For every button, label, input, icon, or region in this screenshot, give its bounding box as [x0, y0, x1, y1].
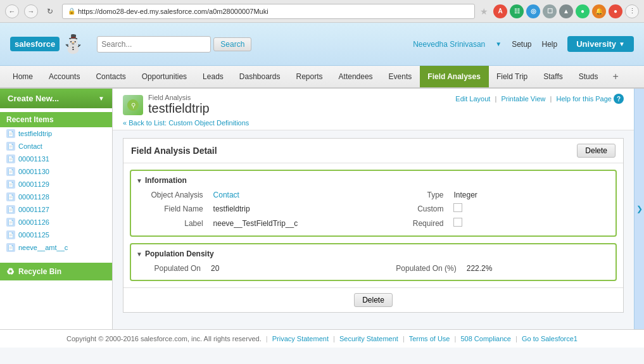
bookmark-icon[interactable]: ★ [480, 6, 488, 16]
populated-on-pct-label: Populated On (%) [351, 262, 462, 275]
item-link-2[interactable]: 00001131 [18, 155, 49, 163]
browser-icon-4[interactable]: ☐ [543, 4, 557, 18]
item-icon-9: 📄 [6, 243, 15, 252]
list-item[interactable]: 📄 neeve__amt__c [0, 241, 112, 254]
help-link[interactable]: Help [542, 40, 558, 49]
detail-panel: Field Analysis Detail Delete ▼ Informati… [123, 138, 624, 313]
logo-box: salesforce [10, 37, 60, 51]
recent-items-section: Recent Items 📄 testfieldtrip 📄 Contact 📄… [0, 108, 112, 258]
list-item[interactable]: 📄 00001127 [0, 203, 112, 216]
help-icon[interactable]: ? [614, 94, 624, 104]
pop-section-toggle-icon[interactable]: ▼ [136, 251, 142, 258]
browser-icon-7[interactable]: ● [609, 4, 622, 18]
browser-icon-3[interactable]: ◎ [526, 4, 540, 18]
browser-icon-5[interactable]: ▲ [559, 4, 573, 18]
privacy-statement-link[interactable]: Privacy Statement [272, 335, 329, 342]
go-to-salesforce-link[interactable]: Go to Salesforce1 [522, 335, 578, 342]
item-link-0[interactable]: testfieldtrip [18, 130, 52, 137]
population-section: ▼ Population Density Populated On 20 Pop… [130, 243, 617, 281]
item-link-8[interactable]: 00001125 [18, 231, 49, 239]
nav-home[interactable]: Home [5, 66, 41, 87]
setup-link[interactable]: Setup [512, 40, 531, 49]
collapse-arrow[interactable]: ❯ [634, 89, 644, 329]
item-icon-0: 📄 [6, 129, 15, 138]
field-analysis-icon: ⚲ [123, 95, 143, 115]
nav-staffs[interactable]: Staffs [536, 66, 571, 87]
field-name-label: Field Name [136, 201, 208, 216]
back-button[interactable]: ← [5, 4, 19, 18]
edit-layout-link[interactable]: Edit Layout [455, 95, 490, 103]
nav-contacts[interactable]: Contacts [88, 66, 134, 87]
sf-logo: salesforce ⛄ [10, 34, 84, 54]
information-header: ▼ Information [136, 176, 610, 185]
nav-events[interactable]: Events [381, 66, 420, 87]
nav-field-analyses[interactable]: Field Analyses [420, 66, 489, 87]
table-row: Populated On 20 Populated On (%) 222.2% [136, 262, 610, 275]
university-button[interactable]: University ▼ [567, 36, 634, 52]
nav-reports[interactable]: Reports [289, 66, 331, 87]
sidebar: Create New... ▼ Recent Items 📄 testfield… [0, 89, 113, 329]
list-item[interactable]: 📄 00001129 [0, 178, 112, 191]
list-item[interactable]: 📄 Contact [0, 140, 112, 153]
populated-on-pct-value: 222.2% [462, 262, 610, 275]
logo-text: salesforce [15, 39, 55, 49]
compliance-link[interactable]: 508 Compliance [460, 335, 511, 342]
delete-top-button[interactable]: Delete [577, 144, 616, 158]
item-link-5[interactable]: 00001128 [18, 193, 49, 201]
header-right: Neevedha Srinivasan ▼ Setup Help Univers… [413, 36, 634, 52]
list-item[interactable]: 📄 00001128 [0, 191, 112, 203]
university-dropdown-icon: ▼ [619, 41, 625, 47]
browser-icon-6[interactable]: 🔔 [592, 4, 606, 18]
required-label: Required [376, 216, 448, 230]
dropdown-icon[interactable]: ▼ [495, 41, 502, 47]
refresh-button[interactable]: ↻ [43, 4, 57, 18]
user-name[interactable]: Neevedha Srinivasan [413, 40, 485, 49]
back-to-list-link[interactable]: « Back to List: Custom Object Definition… [123, 119, 249, 127]
item-icon-4: 📄 [6, 180, 15, 189]
forward-button[interactable]: → [24, 4, 38, 18]
help-page-link[interactable]: Help for this Page [557, 95, 612, 103]
nav-opportunities[interactable]: Opportunities [134, 66, 195, 87]
item-link-7[interactable]: 00001126 [18, 218, 49, 226]
recycle-bin-label: Recycle Bin [18, 267, 61, 276]
custom-value [448, 201, 610, 216]
more-options-button[interactable]: ⋮ [625, 4, 639, 18]
nav-plus-button[interactable]: + [606, 66, 624, 87]
printable-view-link[interactable]: Printable View [501, 95, 545, 103]
nav-leads[interactable]: Leads [195, 66, 232, 87]
list-item[interactable]: 📄 00001126 [0, 216, 112, 229]
content-area: Create New... ▼ Recent Items 📄 testfield… [0, 89, 644, 329]
list-item[interactable]: 📄 testfieldtrip [0, 127, 112, 140]
item-icon-1: 📄 [6, 142, 15, 151]
security-statement-link[interactable]: Security Statement [339, 335, 398, 342]
search-input[interactable] [97, 36, 211, 53]
object-analysis-link[interactable]: Contact [213, 191, 239, 199]
list-item[interactable]: 📄 00001130 [0, 165, 112, 178]
browser-icon-1[interactable]: A [493, 4, 507, 18]
label-label: Label [136, 216, 208, 230]
url-bar[interactable]: 🔒 https://domo28-dev-ed.my.salesforce.co… [62, 4, 475, 19]
terms-of-use-link[interactable]: Terms of Use [409, 335, 450, 342]
list-item[interactable]: 📄 00001125 [0, 229, 112, 241]
search-button[interactable]: Search [213, 37, 251, 51]
item-link-9[interactable]: neeve__amt__c [18, 244, 68, 251]
item-link-4[interactable]: 00001129 [18, 180, 49, 188]
section-toggle-icon[interactable]: ▼ [136, 177, 142, 184]
recycle-bin-button[interactable]: ♻ Recycle Bin [0, 263, 112, 280]
main-content: ⚲ Field Analysis testfieldtrip Edit Layo… [113, 89, 634, 329]
list-item[interactable]: 📄 00001131 [0, 153, 112, 165]
nav-attendees[interactable]: Attendees [331, 66, 381, 87]
nav-studs[interactable]: Studs [571, 66, 607, 87]
nav-field-trip[interactable]: Field Trip [489, 66, 536, 87]
item-link-6[interactable]: 00001127 [18, 206, 49, 213]
browser-bar: ← → ↻ 🔒 https://domo28-dev-ed.my.salesfo… [0, 0, 644, 23]
browser-icon-new[interactable]: ● [576, 4, 590, 18]
nav-dashboards[interactable]: Dashboards [232, 66, 289, 87]
item-link-3[interactable]: 00001130 [18, 168, 49, 175]
create-new-button[interactable]: Create New... ▼ [0, 89, 112, 108]
nav-accounts[interactable]: Accounts [41, 66, 88, 87]
page-title: testfieldtrip [148, 101, 210, 116]
browser-icon-2[interactable]: ☷ [510, 4, 524, 18]
item-link-1[interactable]: Contact [18, 142, 42, 150]
delete-bottom-button[interactable]: Delete [354, 293, 393, 307]
